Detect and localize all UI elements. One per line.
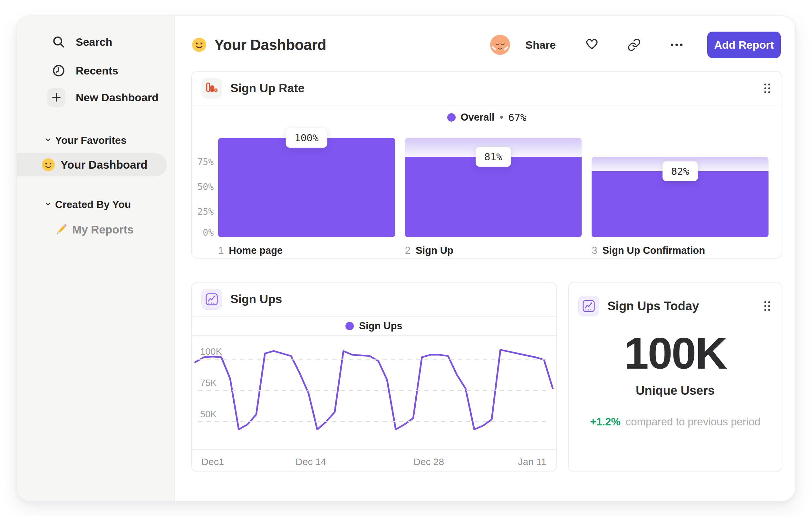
sidebar-item-label: Recents <box>76 64 118 77</box>
card-header: Sign Ups <box>192 282 556 317</box>
stat-value: 100K <box>624 331 727 375</box>
funnel-step-label: 2Sign Up <box>405 245 582 256</box>
step-number: 1 <box>218 245 224 256</box>
card-header: Sign Up Rate <box>192 72 782 105</box>
step-name: Home page <box>229 245 283 256</box>
card-title: Sign Ups <box>230 293 282 306</box>
sidebar-item-new-dashboard[interactable]: New Dashboard <box>17 87 174 108</box>
card-header: Sign Ups Today <box>569 282 782 324</box>
more-options-icon[interactable] <box>669 37 684 52</box>
sidebar-item-my-reports[interactable]: My Reports <box>17 219 174 240</box>
funnel-bar-fill <box>405 157 582 237</box>
favorite-heart-icon[interactable] <box>584 37 599 52</box>
line-legend: Sign Ups <box>192 317 556 336</box>
sidebar-item-recents[interactable]: Recents <box>17 60 174 81</box>
funnel-value-tooltip: 82% <box>663 161 698 181</box>
chevron-down-icon <box>44 136 52 145</box>
sidebar-item-label: My Reports <box>72 223 134 236</box>
sidebar-item-label: Your Dashboard <box>61 158 148 171</box>
sidebar-section-your-favorites[interactable]: Your Favorites <box>17 133 174 148</box>
stat-delta: +1.2% <box>590 416 620 428</box>
section-title: Your Favorites <box>55 134 127 146</box>
section-title: Created By You <box>55 199 131 211</box>
funnel-value-tooltip: 81% <box>475 147 511 167</box>
share-button[interactable]: Share <box>526 39 556 51</box>
add-report-button[interactable]: Add Report <box>707 32 781 58</box>
line-x-tick: Dec 14 <box>295 456 326 467</box>
funnel-y-tick: 75% <box>197 157 214 167</box>
funnel-y-axis: 0%25%50%75% <box>194 138 214 237</box>
funnel-y-tick: 50% <box>197 182 214 192</box>
funnel-bar[interactable]: 82% <box>591 138 768 237</box>
page-title: Your Dashboard <box>214 36 326 54</box>
drag-handle-icon[interactable] <box>764 83 771 94</box>
dashboard-header: Your Dashboard Share <box>191 30 781 59</box>
funnel-bars: 100%81%82% <box>218 138 768 237</box>
line-y-tick: 50K <box>200 409 217 419</box>
bar-chart-icon <box>201 78 222 99</box>
sign-ups-today-card: Sign Ups Today 100K Unique Users +1.2% <box>568 282 782 472</box>
sign-up-rate-card: Sign Up Rate Overall • 67% <box>191 71 782 259</box>
sign-ups-line-chart[interactable]: 100K75K50K <box>192 337 556 450</box>
funnel-y-tick: 0% <box>203 227 214 238</box>
page-title-wrap: Your Dashboard <box>191 30 326 59</box>
funnel-value-tooltip: 100% <box>286 128 327 148</box>
drag-handle-icon[interactable] <box>764 301 771 311</box>
card-title: Sign Up Rate <box>230 82 304 95</box>
copy-link-icon[interactable] <box>627 38 641 52</box>
line-y-tick: 75K <box>200 378 217 388</box>
sidebar: Search Recents New D <box>17 16 175 501</box>
sign-ups-card: Sign Ups Sign Ups 100K75K50K Dec1Dec 14D… <box>191 282 557 472</box>
funnel-step-labels: 1Home page2Sign Up3Sign Up Confirmation <box>218 245 768 256</box>
funnel-step-label: 1Home page <box>218 245 395 256</box>
sidebar-section-created-by-you[interactable]: Created By You <box>17 197 174 212</box>
plus-icon <box>47 88 65 106</box>
header-actions: Share <box>490 30 781 59</box>
stat-delta-row: +1.2% compared to previous period <box>590 416 760 428</box>
sidebar-item-your-dashboard[interactable]: Your Dashboard <box>17 153 167 176</box>
sidebar-item-search[interactable]: Search <box>17 31 174 53</box>
legend-value: 67% <box>508 112 526 123</box>
card-title: Sign Ups Today <box>607 299 699 313</box>
app-window: Search Recents New D <box>16 16 796 501</box>
smiley-emoji-icon <box>191 37 207 53</box>
line-x-tick: Jan 11 <box>518 456 547 467</box>
line-y-tick: 100K <box>200 346 222 357</box>
funnel-bar[interactable]: 81% <box>405 138 582 237</box>
line-chart-icon <box>201 289 222 309</box>
step-number: 2 <box>405 245 410 256</box>
stat-delta-caption: compared to previous period <box>626 416 760 428</box>
step-name: Sign Up Confirmation <box>603 245 705 256</box>
stat-caption: Unique Users <box>636 384 715 398</box>
funnel-y-tick: 25% <box>197 207 214 217</box>
avatar[interactable] <box>490 35 510 55</box>
funnel-step-label: 3Sign Up Confirmation <box>591 245 768 256</box>
step-name: Sign Up <box>416 245 453 256</box>
funnel-legend: Overall • 67% <box>192 105 782 129</box>
funnel-bar[interactable]: 100% <box>218 138 395 237</box>
legend-dot <box>345 322 354 330</box>
legend-label: Sign Ups <box>359 320 402 332</box>
sidebar-item-label: Search <box>76 36 112 48</box>
sidebar-item-label: New Dashboard <box>76 91 158 104</box>
main-content: Your Dashboard Share <box>175 16 795 501</box>
step-number: 3 <box>591 245 597 256</box>
line-x-tick: Dec 28 <box>413 456 444 467</box>
page: Search Recents New D <box>0 0 812 516</box>
legend-label: Overall <box>461 112 495 123</box>
line-chart-icon <box>578 296 599 316</box>
funnel-chart[interactable]: 0%25%50%75% 100%81%82% <box>192 138 782 237</box>
gridline <box>198 359 550 360</box>
stat-body: 100K Unique Users +1.2% compared to prev… <box>569 331 782 428</box>
pencil-emoji-icon <box>54 222 69 237</box>
smiley-emoji-icon <box>41 157 56 172</box>
legend-separator: • <box>500 112 503 123</box>
gridline <box>198 421 550 422</box>
funnel-bar-fill <box>218 138 395 237</box>
clock-icon <box>50 62 68 80</box>
gridline <box>198 390 550 391</box>
line-x-axis: Dec1Dec 14Dec 28Jan 11 <box>198 450 550 473</box>
chevron-down-icon <box>44 200 52 209</box>
search-icon <box>50 33 68 51</box>
legend-dot <box>447 113 456 121</box>
